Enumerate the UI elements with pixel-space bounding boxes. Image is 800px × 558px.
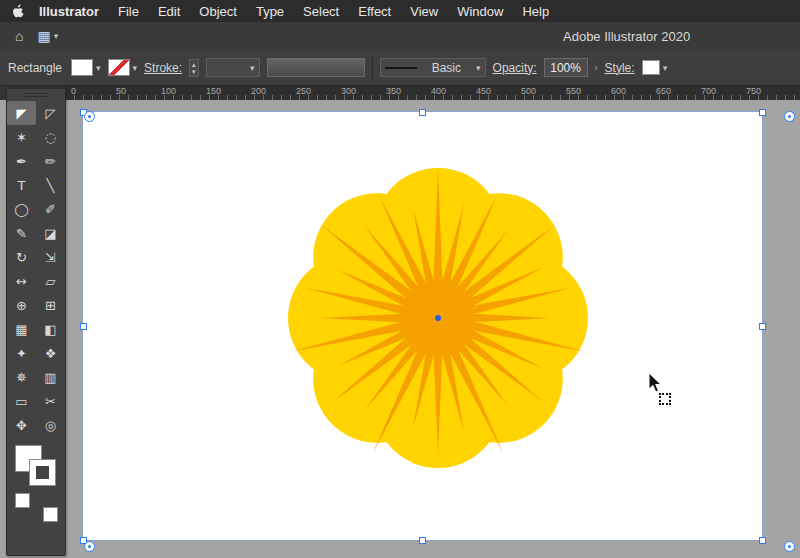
- tool-eyedropper[interactable]: ✦: [7, 341, 36, 365]
- horizontal-ruler[interactable]: 0501001502002503003504004505005506006507…: [0, 85, 800, 100]
- stepper-up-icon: ▴: [192, 61, 196, 68]
- chevron-right-icon: ›: [595, 63, 598, 73]
- tool-grid: ◤◸✶◌✒✏T╲◯✐✎◪↻⇲↔▱⊕⊞▦◧✦❖✵▥▭✂✥◎: [7, 101, 65, 437]
- none-swatch-button[interactable]: [15, 493, 30, 508]
- ruler-label: 150: [206, 86, 221, 96]
- tool-eraser[interactable]: ◪: [36, 221, 65, 245]
- tool-magic-wand[interactable]: ✶: [7, 125, 36, 149]
- tool-artboard[interactable]: ▭: [7, 389, 36, 413]
- tool-shape-builder[interactable]: ⊕: [7, 293, 36, 317]
- divider: [372, 57, 373, 79]
- tool-direct-selection[interactable]: ◸: [36, 101, 65, 125]
- window-title: Adobe Illustrator 2020: [563, 29, 690, 44]
- tool-gradient[interactable]: ◧: [36, 317, 65, 341]
- control-bar: Rectangle ▾ ▾ Stroke: ▴ ▾ ▾ Basic ▾ Opac…: [0, 50, 800, 86]
- style-swatch: [642, 60, 660, 75]
- menu-type[interactable]: Type: [256, 4, 284, 19]
- chevron-down-icon: ▾: [476, 63, 481, 73]
- stepper-down-icon: ▾: [192, 68, 196, 75]
- chevron-down-icon: ▾: [663, 63, 668, 73]
- header-bar: ⌂ ▦ ▾ Adobe Illustrator 2020: [0, 22, 800, 51]
- opacity-link[interactable]: Opacity:: [493, 61, 537, 75]
- menu-file[interactable]: File: [118, 4, 139, 19]
- menu-items: IllustratorFileEditObjectTypeSelectEffec…: [39, 4, 568, 19]
- context-label: Rectangle: [8, 61, 64, 75]
- home-icon: ⌂: [15, 28, 23, 44]
- tool-curvature[interactable]: ✏: [36, 149, 65, 173]
- tool-mesh[interactable]: ▦: [7, 317, 36, 341]
- apple-menu[interactable]: [12, 4, 25, 19]
- workspace-switcher[interactable]: ▦ ▾: [30, 26, 65, 46]
- menu-window[interactable]: Window: [457, 4, 503, 19]
- ruler-label: 350: [386, 86, 401, 96]
- stroke-weight-stepper[interactable]: ▴ ▾: [189, 59, 199, 77]
- chevron-down-icon: ▾: [96, 63, 101, 73]
- panel-grip[interactable]: [7, 89, 65, 101]
- ruler-label: 100: [161, 86, 176, 96]
- fill-swatch: [71, 59, 93, 76]
- tool-free-transform[interactable]: ▱: [36, 269, 65, 293]
- chevron-down-icon: ▾: [133, 63, 138, 73]
- tool-pencil[interactable]: ✎: [7, 221, 36, 245]
- menu-select[interactable]: Select: [303, 4, 339, 19]
- ruler-label: 700: [701, 86, 716, 96]
- menu-effect[interactable]: Effect: [358, 4, 391, 19]
- chevron-down-icon: ▾: [250, 63, 255, 73]
- workspace-grid-icon: ▦: [37, 28, 50, 44]
- tool-paintbrush[interactable]: ✐: [36, 197, 65, 221]
- ruler-label: 200: [251, 86, 266, 96]
- opacity-input[interactable]: 100%: [544, 58, 588, 77]
- ruler-label: 300: [341, 86, 356, 96]
- move-selection-badge-icon: [659, 393, 671, 405]
- fill-color-control[interactable]: ▾: [71, 59, 101, 76]
- menu-help[interactable]: Help: [522, 4, 549, 19]
- tool-type[interactable]: T: [7, 173, 36, 197]
- stroke-color-swatch[interactable]: [29, 459, 56, 486]
- apple-logo-icon: [12, 4, 25, 19]
- ruler-label: 50: [116, 86, 126, 96]
- style-dropdown[interactable]: ▾: [642, 60, 668, 75]
- ruler-label: 600: [611, 86, 626, 96]
- ruler-label: 250: [296, 86, 311, 96]
- tool-zoom[interactable]: ◎: [36, 413, 65, 437]
- menu-bar: IllustratorFileEditObjectTypeSelectEffec…: [0, 0, 800, 22]
- canvas-area[interactable]: ◤◸✶◌✒✏T╲◯✐✎◪↻⇲↔▱⊕⊞▦◧✦❖✵▥▭✂✥◎: [0, 100, 800, 558]
- style-link[interactable]: Style:: [605, 61, 635, 75]
- tool-rotate[interactable]: ↻: [7, 245, 36, 269]
- tool-pen[interactable]: ✒: [7, 149, 36, 173]
- tool-column-graph[interactable]: ▥: [36, 365, 65, 389]
- none-indicator-swatch[interactable]: [43, 507, 58, 522]
- tool-scale[interactable]: ⇲: [36, 245, 65, 269]
- tool-line-segment[interactable]: ╲: [36, 173, 65, 197]
- flower-artwork[interactable]: [83, 112, 762, 540]
- tool-ellipse[interactable]: ◯: [7, 197, 36, 221]
- home-button[interactable]: ⌂: [8, 26, 30, 46]
- ruler-label: 0: [71, 86, 76, 96]
- brush-stroke-sample: [385, 67, 417, 69]
- brush-definition-value: Basic: [432, 61, 461, 75]
- brush-definition-dropdown[interactable]: Basic ▾: [380, 58, 486, 77]
- tool-symbol-sprayer[interactable]: ✵: [7, 365, 36, 389]
- ruler-label: 400: [431, 86, 446, 96]
- tool-panel: ◤◸✶◌✒✏T╲◯✐✎◪↻⇲↔▱⊕⊞▦◧✦❖✵▥▭✂✥◎: [6, 88, 66, 556]
- ruler-label: 550: [566, 86, 581, 96]
- stroke-weight-link[interactable]: Stroke:: [144, 61, 182, 75]
- tool-width[interactable]: ↔: [7, 269, 36, 293]
- tool-hand[interactable]: ✥: [7, 413, 36, 437]
- chevron-down-icon: ▾: [54, 31, 59, 41]
- menu-illustrator[interactable]: Illustrator: [39, 4, 99, 19]
- tool-blend[interactable]: ❖: [36, 341, 65, 365]
- menu-view[interactable]: View: [410, 4, 438, 19]
- artboard[interactable]: [83, 112, 762, 540]
- menu-edit[interactable]: Edit: [158, 4, 180, 19]
- stroke-color-control[interactable]: ▾: [108, 59, 138, 76]
- tool-lasso[interactable]: ◌: [36, 125, 65, 149]
- stroke-weight-dropdown[interactable]: ▾: [206, 58, 260, 77]
- tool-slice[interactable]: ✂: [36, 389, 65, 413]
- tool-perspective-grid[interactable]: ⊞: [36, 293, 65, 317]
- tool-selection[interactable]: ◤: [7, 101, 36, 125]
- stroke-none-swatch: [108, 59, 130, 76]
- variable-width-dropdown: [267, 58, 365, 77]
- menu-object[interactable]: Object: [199, 4, 237, 19]
- ruler-label: 750: [746, 86, 761, 96]
